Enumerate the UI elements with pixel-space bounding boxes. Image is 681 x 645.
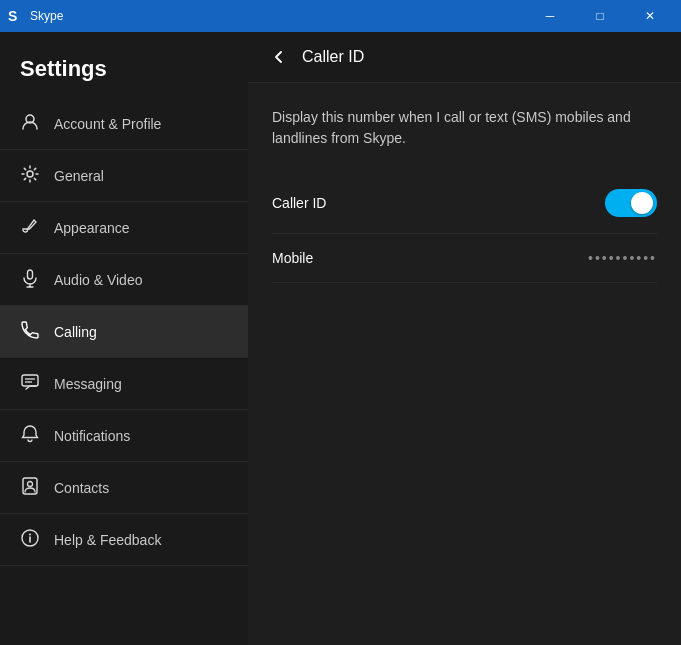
brush-icon (20, 216, 40, 239)
sidebar-item-contacts[interactable]: Contacts (0, 462, 248, 514)
gear-icon (20, 164, 40, 187)
caller-id-toggle[interactable] (605, 189, 657, 217)
sidebar-item-appearance-label: Appearance (54, 220, 130, 236)
back-button[interactable] (268, 46, 290, 68)
sidebar: Settings Account & Profile General (0, 32, 248, 645)
sidebar-header: Settings (0, 32, 248, 98)
maximize-button[interactable]: □ (577, 0, 623, 32)
bell-icon (20, 424, 40, 447)
sidebar-item-help[interactable]: Help & Feedback (0, 514, 248, 566)
contacts-icon (20, 476, 40, 499)
sidebar-item-general[interactable]: General (0, 150, 248, 202)
svg-point-9 (28, 482, 33, 487)
sidebar-item-general-label: General (54, 168, 104, 184)
app-container: Settings Account & Profile General (0, 32, 681, 645)
sidebar-item-messaging[interactable]: Messaging (0, 358, 248, 410)
sidebar-item-messaging-label: Messaging (54, 376, 122, 392)
sidebar-item-appearance[interactable]: Appearance (0, 202, 248, 254)
sidebar-item-account-label: Account & Profile (54, 116, 161, 132)
chat-icon (20, 372, 40, 395)
description-text: Display this number when I call or text … (272, 107, 657, 149)
caller-id-row: Caller ID (272, 173, 657, 234)
mobile-label: Mobile (272, 250, 313, 266)
title-bar-left: S Skype (8, 8, 63, 24)
content-body: Display this number when I call or text … (248, 83, 681, 645)
svg-point-12 (29, 534, 31, 536)
mobile-value: •••••••••• (588, 250, 657, 266)
close-button[interactable]: ✕ (627, 0, 673, 32)
caller-id-label: Caller ID (272, 195, 326, 211)
info-icon (20, 528, 40, 551)
sidebar-item-calling-label: Calling (54, 324, 97, 340)
title-bar-title: Skype (30, 9, 63, 23)
content-title: Caller ID (302, 48, 364, 66)
title-bar: S Skype ─ □ ✕ (0, 0, 681, 32)
sidebar-item-account[interactable]: Account & Profile (0, 98, 248, 150)
svg-point-1 (27, 171, 33, 177)
sidebar-item-notifications-label: Notifications (54, 428, 130, 444)
svg-rect-5 (22, 375, 38, 386)
sidebar-item-help-label: Help & Feedback (54, 532, 161, 548)
content-header: Caller ID (248, 32, 681, 83)
title-bar-controls: ─ □ ✕ (527, 0, 673, 32)
svg-rect-2 (28, 270, 33, 279)
mobile-row: Mobile •••••••••• (272, 234, 657, 283)
sidebar-item-audio-video-label: Audio & Video (54, 272, 142, 288)
sidebar-item-audio-video[interactable]: Audio & Video (0, 254, 248, 306)
sidebar-item-contacts-label: Contacts (54, 480, 109, 496)
content-area: Caller ID Display this number when I cal… (248, 32, 681, 645)
toggle-track (605, 189, 657, 217)
skype-icon: S (8, 8, 24, 24)
sidebar-item-calling[interactable]: Calling (0, 306, 248, 358)
mic-icon (20, 268, 40, 291)
person-icon (20, 112, 40, 135)
sidebar-item-notifications[interactable]: Notifications (0, 410, 248, 462)
phone-icon (20, 320, 40, 343)
minimize-button[interactable]: ─ (527, 0, 573, 32)
toggle-thumb (631, 192, 653, 214)
